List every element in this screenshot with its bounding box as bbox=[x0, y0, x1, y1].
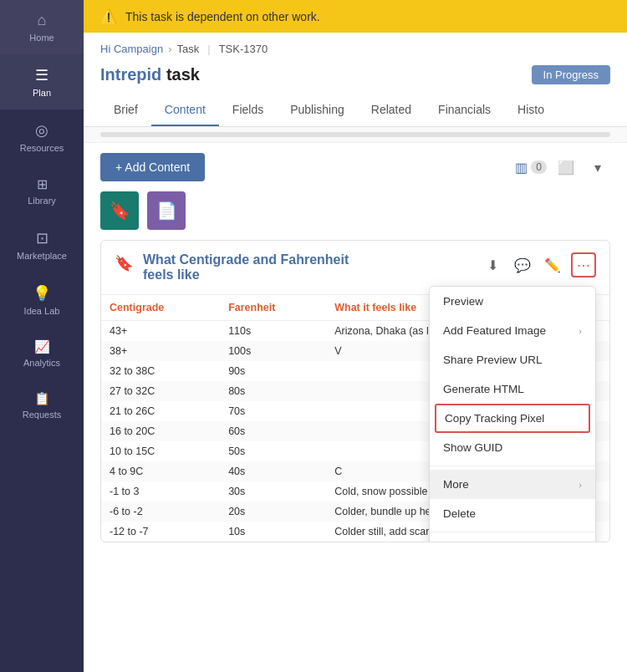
breadcrumb: Hi Campaign › Task | TSK-1370 bbox=[84, 33, 627, 62]
count-badge: 0 bbox=[531, 160, 547, 174]
sidebar-item-requests[interactable]: 📋 Requests bbox=[0, 379, 84, 431]
context-menu: Preview Add Featured Image › Share Previ… bbox=[429, 286, 596, 542]
cell-farenheit: 80s bbox=[220, 381, 326, 401]
sidebar-item-plan[interactable]: ☰ Plan bbox=[0, 54, 84, 109]
breadcrumb-task-label: Task bbox=[177, 43, 200, 55]
cell-centigrade: 4 to 9C bbox=[101, 461, 220, 481]
task-title-suffix: task bbox=[161, 65, 200, 84]
sidebar-item-home[interactable]: ⌂ Home bbox=[0, 0, 84, 54]
menu-item-share-preview-label: Share Preview URL bbox=[443, 354, 543, 366]
stack-icon: ▥ bbox=[515, 160, 528, 176]
more-button[interactable]: ⋯ bbox=[571, 252, 596, 277]
col-header-farenheit: Farenheit bbox=[220, 295, 326, 321]
table-card: 🔖 What Centigrade and Fahrenheit feels l… bbox=[100, 240, 610, 542]
cell-centigrade: 10 to 15C bbox=[101, 441, 220, 461]
menu-item-generate-html[interactable]: Generate HTML bbox=[430, 374, 595, 404]
sidebar-item-label: Resources bbox=[20, 143, 64, 153]
idea-lab-icon: 💡 bbox=[33, 284, 51, 303]
resources-icon: ◎ bbox=[35, 121, 48, 140]
sidebar-item-marketplace[interactable]: ⊡ Marketplace bbox=[0, 217, 84, 272]
breadcrumb-campaign[interactable]: Hi Campaign bbox=[100, 43, 163, 55]
tab-brief[interactable]: Brief bbox=[100, 94, 151, 126]
sidebar-item-label: Analytics bbox=[23, 358, 60, 368]
sidebar-item-idea-lab[interactable]: 💡 Idea Lab bbox=[0, 272, 84, 328]
tab-publishing[interactable]: Publishing bbox=[277, 94, 358, 126]
cell-centigrade: 38+ bbox=[101, 341, 220, 361]
marketplace-icon: ⊡ bbox=[36, 229, 48, 247]
menu-item-generate-html-label: Generate HTML bbox=[443, 383, 524, 395]
tab-content[interactable]: Content bbox=[151, 94, 219, 126]
thumbnail-document[interactable]: 📄 bbox=[147, 191, 186, 230]
menu-item-preview[interactable]: Preview bbox=[430, 287, 595, 316]
sidebar-item-label: Plan bbox=[33, 88, 51, 98]
plan-icon: ☰ bbox=[35, 66, 48, 84]
sidebar-item-label: Requests bbox=[23, 410, 61, 420]
status-badge: In Progress bbox=[532, 65, 610, 84]
library-icon: ⊞ bbox=[37, 176, 48, 192]
menu-item-show-guid[interactable]: Show GUID bbox=[430, 433, 595, 462]
menu-item-more[interactable]: More › bbox=[430, 470, 595, 499]
download-icon[interactable]: ⬇ bbox=[481, 253, 504, 277]
analytics-icon: 📈 bbox=[34, 339, 50, 354]
sidebar-item-label: Idea Lab bbox=[24, 306, 60, 316]
context-menu-overlay: Preview Add Featured Image › Share Previ… bbox=[429, 286, 596, 542]
menu-item-copy-tracking-label: Copy Tracking Pixel bbox=[445, 412, 544, 425]
menu-item-show-guid-label: Show GUID bbox=[443, 441, 502, 454]
sidebar-item-label: Library bbox=[28, 196, 56, 206]
sidebar-item-library[interactable]: ⊞ Library bbox=[0, 165, 84, 217]
menu-separator-2 bbox=[430, 532, 595, 532]
tab-history[interactable]: Histo bbox=[504, 94, 558, 126]
toolbar-count-group: ▥ 0 bbox=[515, 160, 547, 176]
cell-farenheit: 100s bbox=[220, 341, 326, 361]
tab-related[interactable]: Related bbox=[358, 94, 425, 126]
menu-item-export-onedrive[interactable]: ☁ Export to OneDrive bbox=[430, 536, 595, 542]
tabs-bar: Brief Content Fields Publishing Related … bbox=[84, 94, 627, 127]
toolbar-right: ▥ 0 ⬜ ▾ bbox=[515, 155, 610, 180]
breadcrumb-arrow: › bbox=[168, 43, 171, 55]
edit-icon[interactable]: ✏️ bbox=[541, 253, 564, 277]
sidebar-item-label: Marketplace bbox=[17, 251, 67, 261]
cell-farenheit: 90s bbox=[220, 361, 326, 381]
cell-centigrade: 16 to 20C bbox=[101, 421, 220, 441]
cell-centigrade: 27 to 32C bbox=[101, 381, 220, 401]
layout-icon[interactable]: ⬜ bbox=[553, 155, 579, 180]
cell-farenheit: 110s bbox=[220, 321, 326, 342]
menu-item-add-featured[interactable]: Add Featured Image › bbox=[430, 316, 595, 345]
table-content-wrapper: 🔖 What Centigrade and Fahrenheit feels l… bbox=[84, 240, 627, 672]
warning-icon: ⚠️ bbox=[100, 8, 117, 24]
scroll-bar-area[interactable] bbox=[84, 127, 627, 143]
tab-financials[interactable]: Financials bbox=[425, 94, 504, 126]
cell-farenheit: 10s bbox=[220, 522, 326, 542]
sidebar-item-analytics[interactable]: 📈 Analytics bbox=[0, 328, 84, 379]
main-content: ⚠️ This task is dependent on other work.… bbox=[84, 0, 627, 672]
cell-centigrade: -12 to -7 bbox=[101, 522, 220, 542]
tab-fields[interactable]: Fields bbox=[219, 94, 277, 126]
table-card-title-area: 🔖 What Centigrade and Fahrenheit feels l… bbox=[115, 252, 377, 283]
menu-item-delete[interactable]: Delete bbox=[430, 499, 595, 528]
warning-banner: ⚠️ This task is dependent on other work. bbox=[84, 0, 627, 33]
thumbnail-bookmark[interactable]: 🔖 bbox=[100, 191, 139, 230]
table-card-header: 🔖 What Centigrade and Fahrenheit feels l… bbox=[101, 241, 609, 295]
menu-item-delete-label: Delete bbox=[443, 507, 476, 520]
sidebar-item-resources[interactable]: ◎ Resources bbox=[0, 109, 84, 165]
cell-centigrade: 32 to 38C bbox=[101, 361, 220, 381]
bookmark-icon: 🔖 bbox=[115, 254, 133, 272]
menu-item-add-featured-label: Add Featured Image bbox=[443, 324, 546, 337]
col-header-centigrade: Centigrade bbox=[101, 295, 220, 321]
sidebar: ⌂ Home ☰ Plan ◎ Resources ⊞ Library ⊡ Ma… bbox=[0, 0, 84, 672]
menu-item-copy-tracking[interactable]: Copy Tracking Pixel bbox=[435, 404, 590, 433]
cell-centigrade: 21 to 26C bbox=[101, 401, 220, 421]
scroll-track[interactable] bbox=[100, 132, 610, 137]
content-thumbnails: 🔖 📄 bbox=[84, 191, 627, 240]
task-title-prefix: Intrepid bbox=[100, 65, 161, 84]
cell-farenheit: 60s bbox=[220, 421, 326, 441]
warning-text: This task is dependent on other work. bbox=[125, 10, 320, 23]
cell-centigrade: -1 to 3 bbox=[101, 481, 220, 501]
comment-icon[interactable]: 💬 bbox=[511, 253, 534, 277]
submenu-chevron: › bbox=[579, 326, 582, 336]
menu-item-share-preview[interactable]: Share Preview URL bbox=[430, 345, 595, 374]
sidebar-item-label: Home bbox=[29, 33, 54, 43]
add-content-button[interactable]: + Add Content bbox=[100, 153, 205, 181]
chevron-down-icon[interactable]: ▾ bbox=[585, 155, 610, 180]
table-card-actions: ⬇ 💬 ✏️ ⋯ Preview Add Featured Imag bbox=[481, 252, 596, 277]
